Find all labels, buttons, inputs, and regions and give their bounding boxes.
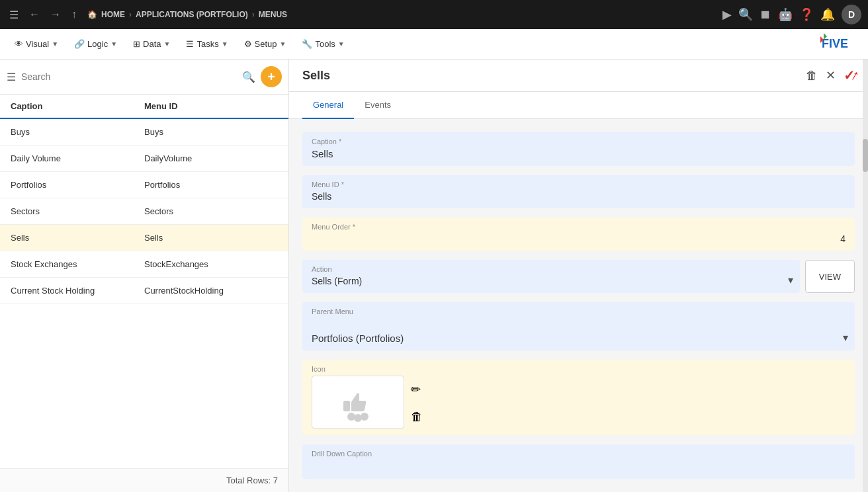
table-footer: Total Rows: 7 [0,468,288,492]
row-caption: Sectors [11,206,144,216]
scrollbar-track[interactable] [863,60,868,492]
setup-label: Setup [255,39,277,49]
play-icon[interactable]: ▶ [722,7,732,22]
main-area: ☰ 🔍 + Caption Menu ID Buys Buys Daily Vo… [0,60,868,492]
parent-menu-dropdown-arrow: ▾ [843,331,848,344]
toolbar-setup[interactable]: ⚙ Setup ▼ [238,35,293,53]
form-area: Caption * Sells Menu ID * Sells Menu Ord… [289,119,868,492]
svg-point-4 [347,413,355,421]
search-magnifier-icon[interactable]: 🔍 [242,71,255,83]
row-caption: Current Stock Holding [11,286,144,296]
action-field[interactable]: Action Sells (Form) ▾ [302,260,800,293]
breadcrumb-applications[interactable]: APPLICATIONS (PORTFOLIO) [136,10,248,19]
home-icon: 🏠 [87,10,97,19]
parent-menu-label: Parent Menu [312,308,846,315]
delete-record-icon[interactable]: 🗑 [806,69,818,83]
parent-menu-field[interactable]: Parent Menu Portfolios (Portfolios) ▾ [302,302,855,350]
visual-label: Visual [26,39,49,49]
tab-general[interactable]: General [302,92,354,119]
table-row[interactable]: Current Stock Holding CurrentStockHoldin… [0,278,288,304]
table-row[interactable]: Sells Sells [0,225,288,251]
notification-icon[interactable]: 🔔 [820,7,835,22]
menuorder-label: Menu Order * [312,223,846,231]
logic-label: Logic [87,39,108,49]
five-logo: FIVE [820,33,860,55]
menu-icon[interactable]: ☰ [7,6,21,24]
breadcrumb-sep1: › [129,10,132,19]
setup-arrow: ▼ [280,40,286,48]
tools-label: Tools [315,39,335,49]
caption-field: Caption * Sells [302,132,855,166]
row-caption: Sells [11,233,144,243]
drill-down-value[interactable] [312,460,846,472]
tools-arrow: ▼ [338,40,345,48]
icon-edit-icon[interactable]: ✏ [411,382,423,397]
table-row[interactable]: Stock Exchanges StockExchanges [0,251,288,278]
search-bar: ☰ 🔍 + [0,60,288,95]
visual-icon: 👁 [15,39,23,49]
row-caption: Portfolios [11,180,144,190]
tasks-arrow: ▼ [222,40,228,48]
data-icon: ⊞ [133,39,140,49]
row-caption: Stock Exchanges [11,259,144,269]
stop-icon[interactable]: ⏹ [760,8,771,22]
table-row[interactable]: Sectors Sectors [0,198,288,225]
visual-arrow: ▼ [52,40,58,48]
right-header: Sells 🗑 ✕ ✓ [289,60,868,92]
breadcrumb: 🏠 HOME › APPLICATIONS (PORTFOLIO) › MENU… [87,10,287,19]
up-icon[interactable]: ↑ [69,6,79,23]
action-dropdown-arrow: ▾ [788,274,793,286]
filter-icon[interactable]: ☰ [7,71,16,83]
total-rows-label: Total Rows: 7 [226,475,278,485]
forward-icon[interactable]: → [48,6,64,23]
action-row: Action Sells (Form) ▾ VIEW [302,260,855,293]
search-icon[interactable]: 🔍 [738,7,753,22]
data-arrow: ▼ [164,40,171,48]
parent-menu-value: Portfolios (Portfolios) [312,333,846,344]
left-panel: ☰ 🔍 + Caption Menu ID Buys Buys Daily Vo… [0,60,289,492]
table-row[interactable]: Buys Buys [0,119,288,145]
caption-value[interactable]: Sells [312,148,846,159]
row-menuid: Sectors [144,206,278,216]
tabs: General Events [289,92,868,119]
toolbar-visual[interactable]: 👁 Visual ▼ [8,35,65,53]
table-row[interactable]: Portfolios Portfolios [0,172,288,198]
help-icon[interactable]: ❓ [799,7,814,22]
robot-icon[interactable]: 🤖 [778,7,793,22]
search-input[interactable] [21,71,237,82]
action-label: Action [312,265,791,273]
menuid-value[interactable]: Sells [312,191,846,202]
add-button[interactable]: + [261,66,282,87]
nav-right: ▶ 🔍 ⏹ 🤖 ❓ 🔔 D [722,5,861,24]
toolbar-tools[interactable]: 🔧 Tools ▼ [295,35,351,53]
icon-label: Icon [312,365,846,373]
tasks-label: Tasks [196,39,218,49]
svg-rect-3 [343,401,350,411]
row-menuid: Buys [144,127,278,137]
drill-down-field: Drill Down Caption [302,444,855,479]
close-icon[interactable]: ✕ [826,68,836,83]
top-navbar: ☰ ← → ↑ 🏠 HOME › APPLICATIONS (PORTFOLIO… [0,0,868,29]
back-icon[interactable]: ← [26,6,42,23]
breadcrumb-sep2: › [252,10,255,19]
avatar[interactable]: D [842,5,861,24]
scrollbar-thumb[interactable] [863,139,868,172]
tab-events[interactable]: Events [354,92,402,119]
toolbar-data[interactable]: ⊞ Data ▼ [126,35,177,53]
view-button[interactable]: VIEW [805,260,855,293]
setup-icon: ⚙ [244,39,252,49]
icon-delete-icon[interactable]: 🗑 [411,410,423,424]
toolbar-logic[interactable]: 🔗 Logic ▼ [67,35,124,53]
toolbar-tasks[interactable]: ☰ Tasks ▼ [179,35,234,53]
right-title: Sells [302,69,330,83]
breadcrumb-menus[interactable]: MENUS [259,10,287,19]
table-header: Caption Menu ID [0,95,288,119]
right-panel: Sells 🗑 ✕ ✓ ↑ General Events Caption * S… [289,60,868,492]
caption-label: Caption * [312,138,846,145]
table-row[interactable]: Daily Volume DailyVolume [0,145,288,172]
drill-down-label: Drill Down Caption [312,450,846,458]
data-label: Data [143,39,161,49]
breadcrumb-home[interactable]: HOME [101,10,125,19]
toolbar: 👁 Visual ▼ 🔗 Logic ▼ ⊞ Data ▼ ☰ Tasks ▼ … [0,29,868,60]
menuorder-value[interactable]: 4 [312,233,846,244]
